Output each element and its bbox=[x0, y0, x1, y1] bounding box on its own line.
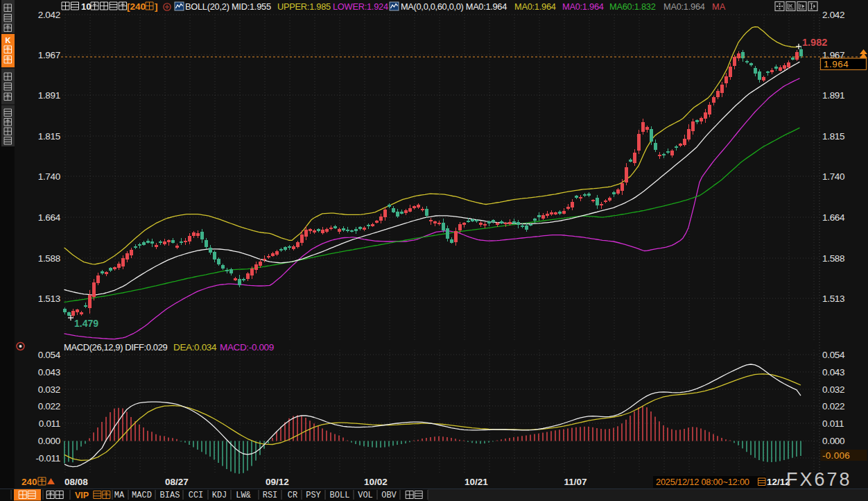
svg-text:1.967: 1.967 bbox=[38, 50, 60, 60]
svg-text:1.815: 1.815 bbox=[822, 131, 844, 142]
svg-text:0.043: 0.043 bbox=[38, 367, 60, 377]
svg-text:0.011: 0.011 bbox=[822, 418, 844, 429]
svg-text:0.054: 0.054 bbox=[38, 350, 61, 360]
svg-text:1.479: 1.479 bbox=[74, 318, 98, 329]
svg-text:MA: MA bbox=[712, 1, 726, 12]
svg-text:1.664: 1.664 bbox=[38, 212, 61, 223]
svg-text:1.664: 1.664 bbox=[822, 212, 845, 223]
svg-text:1.588: 1.588 bbox=[38, 253, 60, 264]
svg-text:10/21: 10/21 bbox=[465, 477, 488, 487]
svg-text:11/07: 11/07 bbox=[564, 477, 587, 487]
svg-text:09/12: 09/12 bbox=[266, 477, 289, 487]
svg-text:MA60:1.832: MA60:1.832 bbox=[609, 1, 656, 12]
svg-text:-0.011: -0.011 bbox=[36, 453, 60, 464]
svg-text:UPPER:1.985: UPPER:1.985 bbox=[277, 1, 331, 12]
svg-text:0.022: 0.022 bbox=[38, 401, 60, 411]
svg-text:1.982: 1.982 bbox=[802, 37, 827, 48]
svg-text:LOWER:1.924: LOWER:1.924 bbox=[333, 1, 388, 12]
svg-text:1.815: 1.815 bbox=[38, 131, 60, 142]
svg-text:0.000: 0.000 bbox=[822, 436, 844, 446]
svg-text:BOLL: BOLL bbox=[330, 491, 350, 500]
svg-text:VOL: VOL bbox=[358, 491, 373, 500]
svg-text:1.740: 1.740 bbox=[38, 171, 60, 182]
svg-text:RSI: RSI bbox=[263, 491, 278, 500]
svg-text:0.054: 0.054 bbox=[822, 350, 845, 360]
svg-text:10/02: 10/02 bbox=[364, 477, 388, 487]
svg-text:2.042: 2.042 bbox=[822, 10, 844, 20]
svg-text:2.042: 2.042 bbox=[38, 10, 60, 20]
svg-text:240: 240 bbox=[21, 477, 37, 487]
svg-text:BOLL(20,2) MID:1.955: BOLL(20,2) MID:1.955 bbox=[185, 1, 271, 12]
svg-text:2025/12/12 08:00~12:00: 2025/12/12 08:00~12:00 bbox=[656, 477, 749, 487]
svg-text:10: 10 bbox=[81, 1, 91, 12]
svg-text:0.022: 0.022 bbox=[822, 401, 844, 411]
svg-text:CR: CR bbox=[288, 491, 297, 500]
svg-text:1.891: 1.891 bbox=[38, 90, 60, 101]
svg-text:CCI: CCI bbox=[189, 491, 204, 500]
svg-text:[240: [240 bbox=[127, 1, 146, 12]
svg-text:MA: MA bbox=[114, 491, 125, 500]
svg-text:K: K bbox=[6, 36, 11, 44]
svg-text:1.513: 1.513 bbox=[38, 294, 60, 304]
svg-text:DEA:0.034: DEA:0.034 bbox=[173, 342, 217, 353]
svg-text:OBV: OBV bbox=[381, 491, 397, 500]
svg-text:BIAS: BIAS bbox=[160, 491, 180, 500]
svg-text:1.588: 1.588 bbox=[822, 253, 844, 264]
svg-text:MACD(26,12,9) DIFF:0.029: MACD(26,12,9) DIFF:0.029 bbox=[64, 342, 168, 353]
svg-text:0.032: 0.032 bbox=[38, 384, 60, 395]
svg-text:MA0:1.964: MA0:1.964 bbox=[663, 1, 705, 12]
svg-text:MA0:1.964: MA0:1.964 bbox=[514, 1, 556, 12]
svg-text:08/27: 08/27 bbox=[165, 477, 189, 487]
svg-text:1.740: 1.740 bbox=[822, 171, 844, 182]
svg-text:MACD: MACD bbox=[132, 491, 152, 500]
svg-text:MACD:-0.009: MACD:-0.009 bbox=[220, 342, 274, 353]
svg-text:LW&: LW& bbox=[236, 491, 251, 500]
svg-text:]: ] bbox=[155, 1, 158, 12]
svg-text:0.011: 0.011 bbox=[39, 418, 60, 429]
svg-text:0.032: 0.032 bbox=[822, 384, 844, 395]
svg-text:-0.006: -0.006 bbox=[822, 450, 850, 461]
svg-text:1.891: 1.891 bbox=[822, 90, 844, 101]
svg-text:1.513: 1.513 bbox=[822, 294, 844, 304]
svg-text:08/08: 08/08 bbox=[64, 477, 88, 487]
svg-text:0.000: 0.000 bbox=[38, 436, 60, 446]
svg-text:KDJ: KDJ bbox=[212, 491, 227, 500]
svg-text:MA0:1.964: MA0:1.964 bbox=[562, 1, 604, 12]
svg-text:VIP: VIP bbox=[75, 491, 89, 500]
svg-text:1.964: 1.964 bbox=[824, 59, 849, 69]
svg-text:0.043: 0.043 bbox=[822, 367, 844, 377]
svg-text:FX678: FX678 bbox=[786, 469, 852, 490]
svg-text:MA(0,0,0,60,0,0) MA0:1.964: MA(0,0,0,60,0,0) MA0:1.964 bbox=[401, 1, 507, 12]
svg-text:PSY: PSY bbox=[306, 491, 321, 500]
